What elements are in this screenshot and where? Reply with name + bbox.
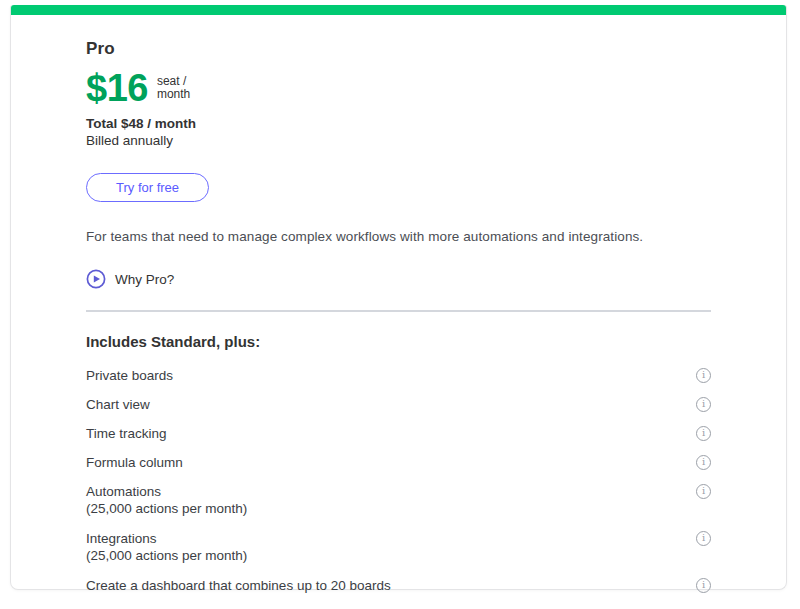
feature-row-private-boards: Private boards i xyxy=(86,367,711,384)
feature-label: Chart view xyxy=(86,396,150,413)
info-icon[interactable]: i xyxy=(696,531,711,546)
feature-sublabel: (25,000 actions per month) xyxy=(86,500,247,518)
price-unit: seat / month xyxy=(157,75,190,101)
total-price: Total $48 / month xyxy=(86,116,711,131)
info-icon[interactable]: i xyxy=(696,426,711,441)
price-unit-line2: month xyxy=(157,88,190,101)
plan-accent-bar xyxy=(11,5,786,15)
features-heading: Includes Standard, plus: xyxy=(86,333,711,350)
feature-label: Private boards xyxy=(86,367,173,384)
price-row: $16 seat / month xyxy=(86,69,711,107)
try-for-free-button[interactable]: Try for free xyxy=(86,173,209,202)
feature-label: Automations xyxy=(86,483,247,500)
info-icon[interactable]: i xyxy=(696,484,711,499)
plan-description: For teams that need to manage complex wo… xyxy=(86,229,711,244)
billing-cycle: Billed annually xyxy=(86,133,711,148)
plan-price: $16 xyxy=(86,69,148,107)
info-icon[interactable]: i xyxy=(696,578,711,593)
play-icon xyxy=(86,269,106,289)
feature-label: Create a dashboard that combines up to 2… xyxy=(86,577,391,594)
feature-sublabel: (25,000 actions per month) xyxy=(86,547,247,565)
section-divider xyxy=(86,310,711,312)
pricing-card-pro: Pro $16 seat / month Total $48 / month B… xyxy=(10,5,787,590)
feature-label: Integrations xyxy=(86,530,247,547)
info-icon[interactable]: i xyxy=(696,455,711,470)
feature-row-formula-column: Formula column i xyxy=(86,454,711,471)
features-list: Private boards i Chart view i Time track… xyxy=(86,367,711,594)
card-body: Pro $16 seat / month Total $48 / month B… xyxy=(11,15,786,609)
feature-label: Time tracking xyxy=(86,425,167,442)
why-pro-label: Why Pro? xyxy=(115,272,174,287)
why-pro-link[interactable]: Why Pro? xyxy=(86,269,174,289)
feature-row-time-tracking: Time tracking i xyxy=(86,425,711,442)
feature-row-dashboard: Create a dashboard that combines up to 2… xyxy=(86,577,711,594)
info-icon[interactable]: i xyxy=(696,368,711,383)
feature-row-chart-view: Chart view i xyxy=(86,396,711,413)
feature-row-automations: Automations (25,000 actions per month) i xyxy=(86,483,711,518)
info-icon[interactable]: i xyxy=(696,397,711,412)
feature-label: Formula column xyxy=(86,454,183,471)
plan-name: Pro xyxy=(86,39,711,59)
feature-row-integrations: Integrations (25,000 actions per month) … xyxy=(86,530,711,565)
